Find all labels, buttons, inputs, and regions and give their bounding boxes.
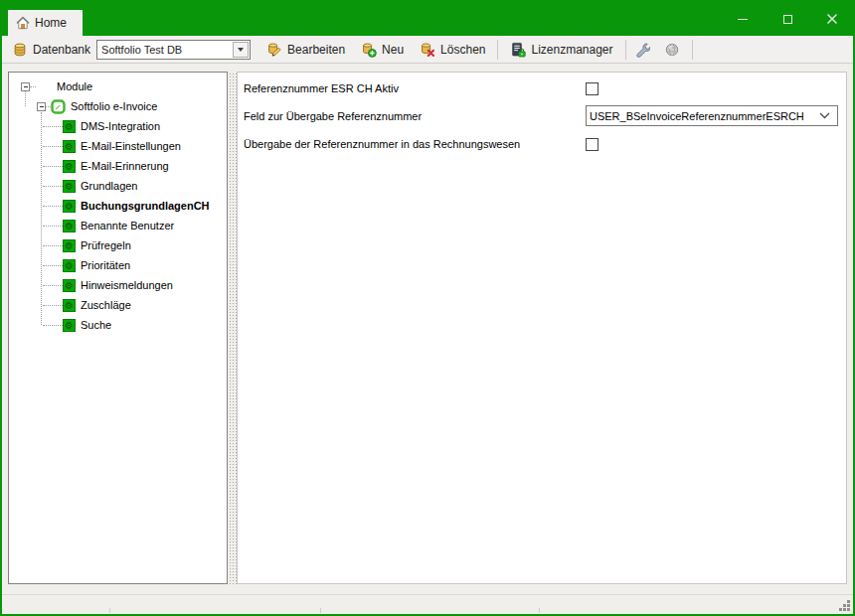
tree-node-label: Grundlagen	[81, 180, 138, 192]
neu-button[interactable]: Neu	[353, 38, 412, 62]
tree-node-suche[interactable]: ⚙ Suche	[9, 315, 227, 335]
tree-node-zuschlaege[interactable]: ⚙ Zuschläge	[9, 295, 227, 315]
tree-node-module[interactable]: Module	[9, 77, 227, 96]
tab-home-label: Home	[35, 16, 67, 30]
gear-module-icon: ⚙	[63, 220, 76, 232]
softfolio-module-icon	[51, 99, 66, 114]
field-label: Feld zur Übergabe Referenznummer	[244, 110, 586, 122]
form-row: Übergabe der Referenznummer in das Rechn…	[244, 136, 838, 152]
tree-node-dms-integration[interactable]: ⚙ DMS-Integration	[9, 116, 227, 136]
datenbank-label: Datenbank	[33, 43, 90, 57]
module-tree: Module Softfolio e-Invoice ⚙ DMS-Integra…	[9, 73, 227, 335]
close-icon[interactable]	[823, 10, 841, 28]
settings-panel: Referenznummer ESR CH Aktiv Feld zur Übe…	[237, 72, 847, 584]
tree-node-grundlagen[interactable]: ⚙ Grundlagen	[9, 176, 227, 196]
globe-icon	[664, 42, 680, 58]
tree-node-benannte-benutzer[interactable]: ⚙ Benannte Benutzer	[9, 216, 227, 235]
referenznummer-esr-ch-aktiv-checkbox[interactable]	[586, 82, 598, 95]
application-window: Home Datenbank Softfolio Test DB	[0, 0, 855, 616]
collapse-icon[interactable]	[21, 82, 30, 91]
content-area: Module Softfolio e-Invoice ⚙ DMS-Integra…	[2, 64, 853, 592]
license-manager-icon	[510, 42, 526, 58]
tree-node-label: Suche	[81, 319, 111, 331]
tree-node-email-erinnerung[interactable]: ⚙ E-Mail-Erinnerung	[9, 156, 227, 176]
database-combobox[interactable]: Softfolio Test DB	[96, 40, 251, 60]
statusbar	[2, 594, 853, 614]
gear-module-icon: ⚙	[63, 299, 76, 312]
database-icon	[12, 42, 28, 58]
delete-database-icon	[420, 42, 435, 58]
tree-node-label: DMS-Integration	[81, 120, 160, 132]
panel-splitter[interactable]	[228, 72, 237, 584]
tree-node-label: BuchungsgrundlagenCH	[81, 200, 210, 212]
gear-module-icon: ⚙	[63, 239, 76, 252]
gear-module-icon: ⚙	[63, 319, 76, 332]
form-row: Feld zur Übergabe Referenznummer USER_BS…	[244, 105, 838, 126]
tree-node-label: Benannte Benutzer	[81, 220, 174, 231]
edit-database-icon	[266, 42, 282, 58]
bearbeiten-button[interactable]: Bearbeiten	[258, 38, 353, 62]
chevron-down-icon	[819, 112, 830, 119]
feld-uebergabe-referenznummer-combobox[interactable]: USER_BSeInvoiceReferenznummerESRCH	[586, 105, 838, 126]
wrench-icon	[634, 42, 650, 58]
field-label: Referenznummer ESR CH Aktiv	[244, 82, 586, 94]
neu-label: Neu	[382, 43, 404, 57]
toolbar-separator	[692, 40, 693, 60]
gear-module-icon: ⚙	[63, 180, 76, 193]
statusbar-separator	[320, 608, 321, 613]
tree-node-label: Prioritäten	[81, 259, 130, 271]
uebergabe-rechnungswesen-checkbox[interactable]	[586, 138, 598, 151]
bearbeiten-label: Bearbeiten	[287, 43, 345, 57]
combobox-value: USER_BSeInvoiceReferenznummerESRCH	[587, 110, 819, 122]
lizenzmanager-label: Lizenzmanager	[531, 43, 612, 57]
toolbar-separator	[497, 40, 498, 60]
field-label: Übergabe der Referenznummer in das Rechn…	[244, 138, 586, 150]
gear-module-icon: ⚙	[63, 259, 76, 272]
titlebar: Home	[2, 2, 853, 36]
tree-node-pruefregeln[interactable]: ⚙ Prüfregeln	[9, 235, 227, 255]
loeschen-button[interactable]: Löschen	[412, 38, 493, 62]
tree-node-label: Module	[57, 80, 92, 92]
statusbar-separator	[109, 608, 110, 613]
gear-module-icon: ⚙	[63, 120, 76, 133]
tab-home[interactable]: Home	[8, 10, 83, 36]
window-controls	[734, 2, 841, 36]
dropdown-arrow-icon[interactable]	[233, 42, 249, 58]
loeschen-label: Löschen	[440, 43, 485, 57]
tree-node-label: Hinweismeldungen	[81, 279, 173, 291]
gear-module-icon: ⚙	[63, 140, 76, 153]
maximize-icon[interactable]	[778, 10, 796, 28]
tree-node-label: E-Mail-Einstellungen	[81, 140, 181, 152]
resize-grip[interactable]	[838, 599, 851, 612]
settings-wrench-button[interactable]	[630, 38, 654, 62]
tree-node-label: Prüfregeln	[81, 239, 131, 251]
module-tree-panel: Module Softfolio e-Invoice ⚙ DMS-Integra…	[8, 72, 228, 584]
globe-button[interactable]	[660, 38, 684, 62]
tree-node-label: E-Mail-Erinnerung	[81, 160, 169, 172]
gear-module-icon: ⚙	[63, 279, 76, 292]
form-row: Referenznummer ESR CH Aktiv	[244, 80, 838, 96]
tree-node-label: Zuschläge	[81, 299, 131, 311]
tree-node-label: Softfolio e-Invoice	[71, 100, 157, 112]
tree-node-email-einstellungen[interactable]: ⚙ E-Mail-Einstellungen	[9, 136, 227, 156]
home-icon	[15, 15, 31, 31]
database-combobox-value: Softfolio Test DB	[97, 44, 233, 56]
tree-node-hinweismeldungen[interactable]: ⚙ Hinweismeldungen	[9, 275, 227, 295]
minimize-icon[interactable]	[734, 10, 752, 28]
tree-node-buchungsgrundlagench[interactable]: ⚙ BuchungsgrundlagenCH	[9, 196, 227, 216]
tree-node-prioritaeten[interactable]: ⚙ Prioritäten	[9, 255, 227, 275]
toolbar-separator	[625, 40, 626, 60]
toolbar: Datenbank Softfolio Test DB Bearbeiten N…	[2, 36, 853, 64]
gear-module-icon: ⚙	[63, 200, 76, 213]
lizenzmanager-button[interactable]: Lizenzmanager	[502, 38, 620, 62]
collapse-icon[interactable]	[37, 102, 46, 111]
statusbar-separator	[539, 608, 540, 613]
gear-module-icon: ⚙	[63, 160, 76, 173]
tree-node-softfolio-einvoice[interactable]: Softfolio e-Invoice	[9, 96, 227, 116]
new-database-icon	[361, 42, 377, 58]
